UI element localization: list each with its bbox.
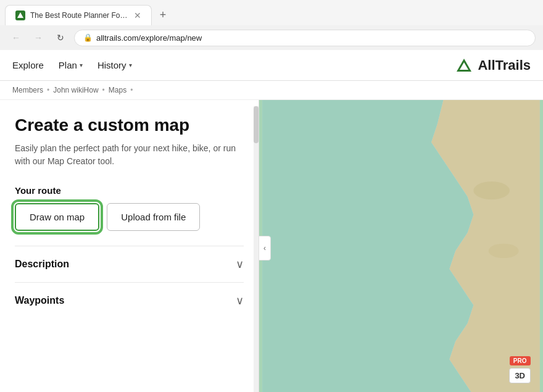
breadcrumb: Members • John wikiHow • Maps • [0, 81, 543, 100]
nav-history[interactable]: History ▾ [97, 60, 132, 70]
page-subtitle: Easily plan the perfect path for your ne… [15, 142, 244, 168]
browser-chrome: The Best Route Planner For Your... ✕ + ←… [0, 0, 543, 50]
your-route-label: Your route [15, 185, 244, 196]
address-bar[interactable]: 🔒 alltrails.com/explore/map/new [74, 30, 536, 46]
logo-text: AllTrails [478, 57, 531, 73]
waypoints-label: Waypoints [15, 295, 64, 306]
scrollbar[interactable] [254, 100, 259, 392]
upload-from-file-button[interactable]: Upload from file [107, 203, 200, 231]
browser-tab[interactable]: The Best Route Planner For Your... ✕ [5, 5, 152, 25]
breadcrumb-john[interactable]: John wikiHow [53, 86, 98, 94]
scrollbar-thumb[interactable] [254, 106, 259, 143]
three-d-button[interactable]: 3D [509, 368, 531, 383]
pro-badge: PRO [510, 356, 531, 365]
your-route-section: Your route Draw on map Upload from file [15, 185, 244, 231]
breadcrumb-sep-1: • [47, 86, 49, 94]
collapse-chevron-icon: ‹ [263, 244, 266, 252]
history-chevron-icon: ▾ [129, 62, 132, 69]
tab-bar: The Best Route Planner For Your... ✕ + [0, 0, 543, 25]
left-panel: Create a custom map Easily plan the perf… [0, 100, 259, 392]
map-background: PRO 3D [259, 100, 543, 392]
waypoints-section[interactable]: Waypoints ∨ [15, 282, 244, 319]
new-tab-button[interactable]: + [154, 7, 172, 24]
plan-chevron-icon: ▾ [80, 62, 83, 69]
svg-point-4 [473, 181, 510, 199]
breadcrumb-sep-3: • [130, 86, 133, 94]
nav-links: Explore Plan ▾ History ▾ [12, 60, 132, 70]
forward-button[interactable]: → [30, 29, 47, 46]
page-title: Create a custom map [15, 115, 244, 136]
address-bar-row: ← → ↻ 🔒 alltrails.com/explore/map/new [0, 25, 543, 50]
map-collapse-button[interactable]: ‹ [259, 236, 271, 261]
address-text: alltrails.com/explore/map/new [96, 33, 202, 43]
scrollbar-track [254, 106, 259, 392]
route-buttons: Draw on map Upload from file [15, 203, 244, 231]
map-svg [259, 100, 543, 392]
svg-marker-0 [17, 12, 23, 18]
waypoints-chevron-icon: ∨ [236, 294, 244, 307]
map-panel: ‹ PRO 3D [259, 100, 543, 392]
main-content: Create a custom map Easily plan the perf… [0, 100, 543, 392]
svg-point-5 [489, 244, 519, 258]
breadcrumb-members[interactable]: Members [12, 86, 43, 94]
nav-explore[interactable]: Explore [12, 60, 44, 70]
description-label: Description [15, 259, 69, 270]
map-badges: PRO 3D [509, 356, 531, 383]
breadcrumb-maps[interactable]: Maps [109, 86, 126, 94]
tab-title: The Best Route Planner For Your... [30, 11, 129, 20]
nav-logo: AllTrails [455, 57, 531, 74]
alltrails-logo-icon [455, 57, 473, 74]
tab-close-btn[interactable]: ✕ [134, 10, 141, 20]
nav-plan[interactable]: Plan ▾ [59, 60, 83, 70]
back-button[interactable]: ← [7, 29, 25, 46]
refresh-button[interactable]: ↻ [52, 29, 69, 46]
breadcrumb-sep-2: • [102, 86, 105, 94]
draw-on-map-button[interactable]: Draw on map [15, 203, 99, 231]
description-section[interactable]: Description ∨ [15, 246, 244, 282]
lock-icon: 🔒 [83, 33, 93, 42]
site-nav: Explore Plan ▾ History ▾ AllTrails [0, 50, 543, 81]
description-chevron-icon: ∨ [236, 257, 244, 271]
panel-scroll-area: Create a custom map Easily plan the perf… [0, 100, 259, 333]
tab-favicon [15, 10, 25, 20]
